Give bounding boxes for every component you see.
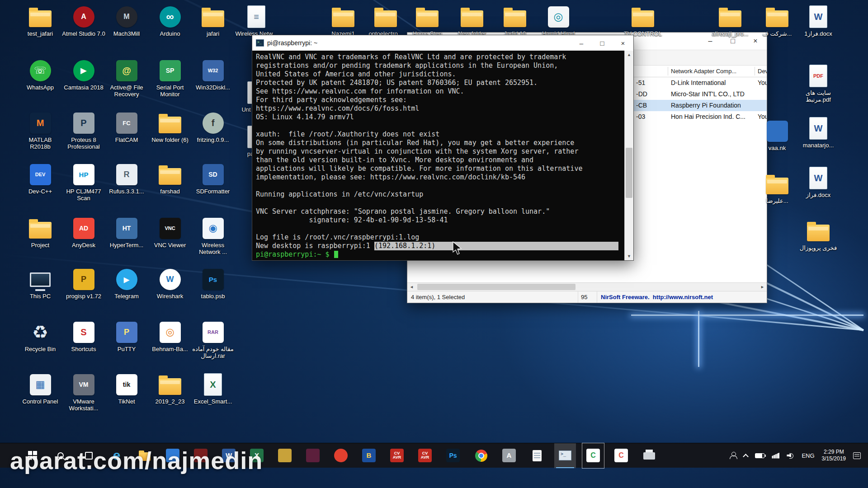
terminal-window[interactable]: pi@raspberrypi: ~ – □ × RealVNC and VNC … [252, 35, 634, 261]
desktop-icon[interactable]: SShortcuts [62, 320, 105, 352]
desktop-icon[interactable]: ADAnyDesk [62, 216, 105, 249]
desktop-icon[interactable]: شرکت ف... [755, 5, 799, 37]
desktop-icon[interactable]: AAtmel Studio 7.0 [62, 5, 105, 37]
desktop-icon[interactable]: ◉Wireless Network ... [191, 216, 235, 255]
desktop-icon-label: Mach3Mill [113, 30, 140, 37]
desktop-icon[interactable]: ☏WhatsApp [19, 58, 62, 91]
desktop-icon[interactable]: ∞Arduino [148, 5, 192, 37]
desktop-icon[interactable]: WWireshark [148, 267, 192, 300]
desktop-icon[interactable]: jafari [191, 5, 235, 37]
desktop-icon[interactable]: Wفراز1.docx [797, 5, 840, 37]
desktop-icon[interactable]: Pprogisp v1.72 [62, 267, 105, 300]
photoshop-icon[interactable]: Ps [442, 443, 464, 468]
desktop-icon[interactable]: MMATLAB R2018b [19, 111, 62, 150]
desktop-icon[interactable]: HTHyperTerm... [105, 216, 148, 249]
desktop-icon[interactable]: Jadid 10 [493, 5, 537, 37]
desktop-icon[interactable]: VMVMware Workstati... [62, 372, 105, 412]
codevision-avr-icon[interactable]: CV AVR [386, 443, 408, 468]
bascom-avr-icon[interactable]: B [358, 443, 380, 468]
terminal-body[interactable]: RealVNC and VNC are trademarks of RealVN… [252, 51, 633, 260]
desktop-icon[interactable]: Home Step [406, 5, 449, 37]
desktop-icon[interactable]: ◎Behnam-Ba... [148, 320, 192, 352]
codevision-avr-icon-2[interactable]: CV AVR [414, 443, 436, 468]
app-icon: HT [116, 216, 137, 240]
desktop-icon[interactable]: XExcel_Smart... [191, 372, 235, 405]
people-icon[interactable] [730, 452, 736, 459]
app-icon-maroon[interactable] [302, 443, 324, 468]
desktop-icon[interactable]: alirezaji_pro... [708, 5, 752, 37]
app-icon-red-circle[interactable] [330, 443, 352, 468]
desktop-icon[interactable]: Project [19, 216, 62, 249]
desktop-icon[interactable]: This PC [19, 267, 62, 300]
desktop-icon[interactable]: FCFlatCAM [105, 111, 148, 143]
document-glyph: PDF [809, 65, 827, 87]
desktop-icon[interactable]: RRufus.3.3.1... [105, 162, 148, 195]
terminal-scrollbar[interactable]: ▲ ▼ [624, 51, 633, 260]
scroll-down-arrow[interactable]: ▼ [625, 252, 633, 260]
app-icon-gray[interactable]: A [498, 443, 520, 468]
action-center-icon[interactable] [853, 452, 861, 459]
network-icon[interactable] [772, 453, 779, 459]
desktop-icon[interactable]: PPuTTY [105, 320, 148, 352]
desktop-icon[interactable]: Wفراز.docx [797, 166, 840, 198]
desktop-icon[interactable]: SDSDFormatter [191, 162, 235, 195]
desktop-icon[interactable]: ▶Camtasia 2018 [62, 58, 105, 91]
app-glyph: ◎ [160, 322, 181, 343]
desktop-icon[interactable]: tikTikNet [105, 372, 148, 405]
desktop-icon[interactable]: TV CONTROL [621, 5, 665, 37]
desktop-icon[interactable]: ▸Telegram [105, 267, 148, 300]
desktop-icon[interactable]: MMach3Mill [105, 5, 148, 37]
scroll-up-arrow[interactable]: ▲ [625, 51, 633, 59]
language-indicator[interactable]: ENG [802, 452, 814, 459]
desktop-icon[interactable]: Wmanatarjo... [797, 116, 840, 149]
desktop-icon[interactable]: vaa.nk [755, 119, 799, 151]
desktop-icon[interactable]: علیرضا... [755, 172, 799, 204]
desktop-icon[interactable]: ▦Control Panel [19, 372, 62, 405]
desktop-icon[interactable]: test_jafari [19, 5, 62, 37]
desktop-icon-label: فراز.docx [806, 192, 830, 198]
desktop-icon[interactable]: 2019_2_23 [148, 372, 192, 405]
printer-icon[interactable] [638, 443, 660, 468]
desktop-icon[interactable]: @Active@ File Recovery [105, 58, 148, 98]
system-tray: ENG 2:29 PM 3/15/2019 [730, 443, 868, 468]
desktop-icon[interactable]: New folder [450, 5, 494, 37]
chrome-icon[interactable] [470, 443, 492, 468]
desktop-icon[interactable]: DEVDev-C++ [19, 162, 62, 195]
terminal-maximize-button[interactable]: □ [592, 35, 613, 51]
desktop-icon[interactable]: ≡Wireless Netw... [235, 5, 278, 37]
desktop-icon[interactable]: ffritzing.0.9... [191, 111, 235, 143]
desktop-icon[interactable]: HPHP CLJM477 Scan [62, 162, 105, 202]
desktop-icon[interactable]: New folder (6) [148, 111, 192, 143]
desktop-icon-label: Atmel Studio 7.0 [62, 30, 105, 37]
clock[interactable]: 2:29 PM 3/15/2019 [822, 449, 846, 462]
terminal-line: applications will likely be compatible. … [256, 164, 624, 173]
app-icon-orange-c[interactable]: C [610, 443, 632, 468]
battery-icon[interactable] [755, 453, 764, 458]
terminal-icon [559, 450, 571, 460]
desktop-icon[interactable]: Nazemi1 [321, 5, 365, 37]
notepad-icon[interactable] [526, 443, 548, 468]
hidden-icons-chevron-icon[interactable] [743, 454, 749, 460]
scroll-thumb[interactable] [626, 148, 632, 198]
desktop-icon[interactable]: PDFسایت های مرتبط.pdf [797, 64, 840, 103]
desktop-icon[interactable]: ♻Recycle Bin [19, 320, 62, 352]
scroll-track[interactable] [625, 59, 633, 252]
putty-terminal-icon[interactable] [554, 443, 576, 468]
terminal-titlebar[interactable]: pi@raspberrypi: ~ – □ × [252, 35, 633, 51]
desktop-icon[interactable]: Pstablo.psb [191, 267, 235, 300]
camtasia-recorder-icon[interactable]: C [582, 443, 604, 468]
desktop-icon[interactable]: PProteus 8 Professional [62, 111, 105, 150]
app-glyph: @ [116, 60, 137, 81]
terminal-close-button[interactable]: × [613, 35, 633, 51]
app-icon-yellow[interactable] [274, 443, 296, 468]
desktop-icon[interactable]: RARمقاله خودم آماده ارسال.rar [191, 320, 235, 359]
desktop-icon[interactable]: W32Win32Diskl... [191, 58, 235, 91]
terminal-minimize-button[interactable]: – [571, 35, 592, 51]
desktop-icon[interactable]: VNCVNC Viewer [148, 216, 192, 249]
desktop-icon[interactable]: فخری پروپوزال [797, 219, 840, 251]
desktop-icon[interactable]: optoelectro... [364, 5, 407, 37]
desktop-icon[interactable]: SPSerial Port Monitor [148, 58, 192, 98]
volume-icon[interactable] [787, 452, 794, 459]
desktop-icon[interactable]: farshad [148, 162, 192, 195]
desktop-icon[interactable]: ◎Hamid Hirad [537, 5, 580, 37]
